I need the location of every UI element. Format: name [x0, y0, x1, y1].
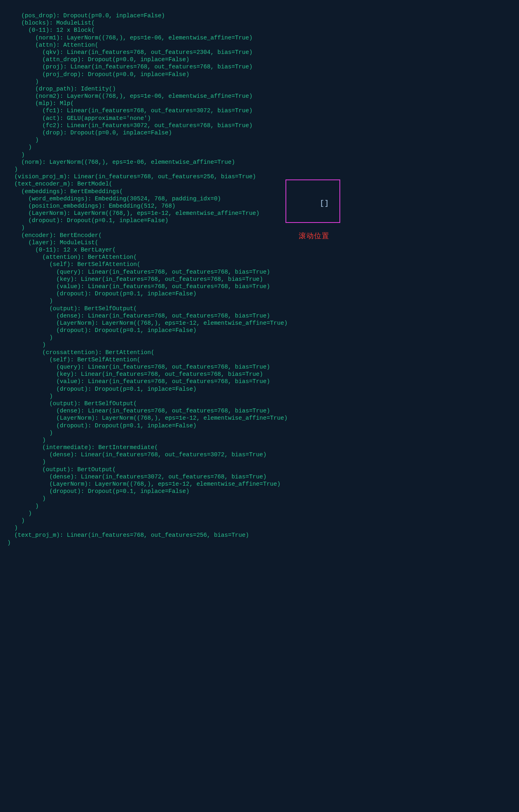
code-line: ) — [7, 503, 282, 510]
code-line: (output): BertSelfOutput( — [7, 305, 282, 312]
code-line: (blocks): ModuleList( — [7, 19, 282, 27]
code-line: (LayerNorm): LayerNorm((768,), eps=1e-12… — [7, 414, 282, 422]
code-line: (layer): ModuleList( — [7, 239, 282, 246]
code-line: (qkv): Linear(in_features=768, out_featu… — [7, 49, 282, 56]
code-line: ) — [7, 517, 282, 524]
code-line: (norm1): LayerNorm((768,), eps=1e-06, el… — [7, 34, 282, 41]
code-line: (dropout): Dropout(p=0.1, inplace=False) — [7, 385, 282, 393]
code-line: (drop_path): Identity() — [7, 85, 282, 93]
code-line: ) — [7, 341, 282, 348]
code-line: ) — [7, 136, 282, 144]
code-line: (dense): Linear(in_features=768, out_fea… — [7, 407, 282, 414]
code-line: (intermediate): BertIntermediate( — [7, 444, 282, 451]
code-line: (dropout): Dropout(p=0.1, inplace=False) — [7, 290, 282, 297]
code-line: (norm): LayerNorm((768,), eps=1e-06, ele… — [7, 159, 282, 166]
code-line: ) — [7, 166, 282, 173]
code-line: ) — [7, 539, 282, 546]
code-line: (text_proj_m): Linear(in_features=768, o… — [7, 532, 282, 539]
code-line: (pos_drop): Dropout(p=0.0, inplace=False… — [7, 12, 282, 19]
code-line: (output): BertSelfOutput( — [7, 400, 282, 407]
code-line: (encoder): BertEncoder( — [7, 232, 282, 239]
code-line: (dropout): Dropout(p=0.1, inplace=False) — [7, 488, 282, 495]
highlight-box — [285, 179, 340, 223]
code-line: (LayerNorm): LayerNorm((768,), eps=1e-12… — [7, 210, 282, 217]
code-line: ) — [7, 495, 282, 502]
code-line: (query): Linear(in_features=768, out_fea… — [7, 268, 282, 276]
code-line: (embeddings): BertEmbeddings( — [7, 188, 282, 195]
code-line: (attn): Attention( — [7, 41, 282, 49]
code-line: (self): BertSelfAttention( — [7, 261, 282, 268]
code-line: (dropout): Dropout(p=0.1, inplace=False) — [7, 422, 282, 429]
code-output: (pos_drop): Dropout(p=0.0, inplace=False… — [0, 12, 282, 546]
code-line: (dropout): Dropout(p=0.1, inplace=False) — [7, 217, 282, 224]
code-line: (proj): Linear(in_features=768, out_feat… — [7, 63, 282, 70]
scroll-position-label: 滚动位置 — [299, 232, 329, 239]
code-line: (dense): Linear(in_features=768, out_fea… — [7, 451, 282, 458]
code-line: ) — [7, 144, 282, 151]
code-line: (value): Linear(in_features=768, out_fea… — [7, 378, 282, 385]
code-line: (LayerNorm): LayerNorm((768,), eps=1e-12… — [7, 319, 282, 327]
code-line: (norm2): LayerNorm((768,), eps=1e-06, el… — [7, 93, 282, 100]
code-line: (self): BertSelfAttention( — [7, 356, 282, 363]
code-line: (0-11): 12 x Block( — [7, 27, 282, 34]
code-line: ) — [7, 429, 282, 437]
code-line: (vision_proj_m): Linear(in_features=768,… — [7, 173, 282, 180]
code-line: ) — [7, 524, 282, 532]
code-line: ) — [7, 224, 282, 231]
code-line: (LayerNorm): LayerNorm((768,), eps=1e-12… — [7, 480, 282, 488]
code-line: (attention): BertAttention( — [7, 253, 282, 261]
code-line: (key): Linear(in_features=768, out_featu… — [7, 371, 282, 378]
code-line: ) — [7, 78, 282, 85]
code-line: (attn_drop): Dropout(p=0.0, inplace=Fals… — [7, 56, 282, 63]
code-line: ) — [7, 151, 282, 159]
code-line: ) — [7, 437, 282, 444]
code-line: (position_embeddings): Embedding(512, 76… — [7, 202, 282, 210]
code-line: (fc1): Linear(in_features=768, out_featu… — [7, 107, 282, 114]
code-line: ) — [7, 458, 282, 466]
code-line: (dropout): Dropout(p=0.1, inplace=False) — [7, 327, 282, 334]
code-line: (word_embeddings): Embedding(30524, 768,… — [7, 195, 282, 202]
code-line: (key): Linear(in_features=768, out_featu… — [7, 276, 282, 283]
code-line: ) — [7, 297, 282, 305]
code-line: (0-11): 12 x BertLayer( — [7, 246, 282, 253]
code-line: (output): BertOutput( — [7, 466, 282, 473]
code-line: (value): Linear(in_features=768, out_fea… — [7, 283, 282, 290]
code-line: ) — [7, 510, 282, 517]
code-line: (text_encoder_m): BertModel( — [7, 180, 282, 188]
code-line: (proj_drop): Dropout(p=0.0, inplace=Fals… — [7, 71, 282, 78]
code-line: (query): Linear(in_features=768, out_fea… — [7, 363, 282, 371]
code-line: (act): GELU(approximate='none') — [7, 115, 282, 122]
code-line: (mlp): Mlp( — [7, 100, 282, 107]
code-line: (dense): Linear(in_features=768, out_fea… — [7, 312, 282, 319]
code-line: ) — [7, 393, 282, 400]
code-line: ) — [7, 334, 282, 341]
code-line: (dense): Linear(in_features=3072, out_fe… — [7, 473, 282, 480]
code-line: (drop): Dropout(p=0.0, inplace=False) — [7, 129, 282, 136]
code-line: (crossattention): BertAttention( — [7, 349, 282, 356]
code-line: (fc2): Linear(in_features=3072, out_feat… — [7, 122, 282, 129]
